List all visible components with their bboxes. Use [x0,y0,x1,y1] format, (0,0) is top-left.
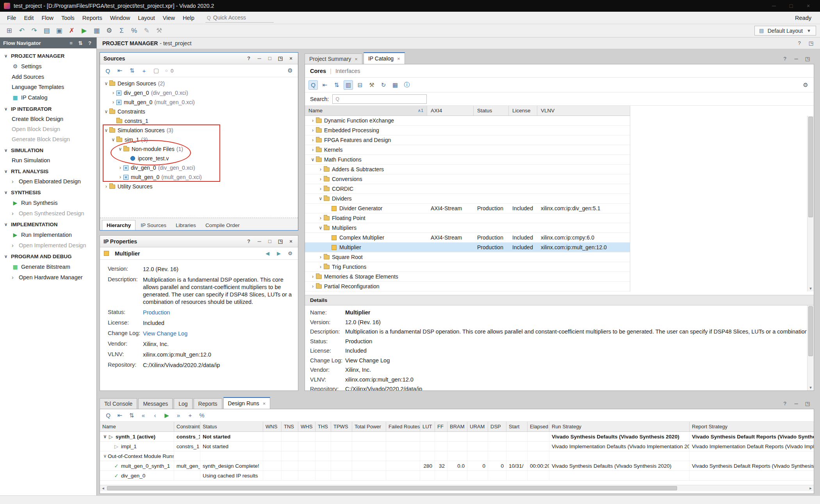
column-header-tpws[interactable]: TPWS [331,422,352,431]
tab-design-runs[interactable]: Design Runs× [223,397,271,409]
flow-section-implementation[interactable]: ∨IMPLEMENTATION [0,218,96,229]
source-tree-item-div-gen-0[interactable]: ›div_gen_0(div_gen_0.xci) [100,163,298,172]
float-icon[interactable]: ◳ [804,55,811,62]
minimize-icon[interactable]: ─ [793,400,800,407]
flow-item-open-hardware-manager[interactable]: ›Open Hardware Manager [0,272,96,282]
catalog-row-dividers[interactable]: ∨Dividers [305,194,630,204]
customize-icon[interactable]: ⚒ [367,80,376,90]
source-tree-item-constrs-1[interactable]: constrs_1 [100,116,298,126]
column-header-total-power[interactable]: Total Power [352,422,386,431]
add-icon[interactable]: + [185,411,195,420]
chevron-right-icon[interactable]: › [317,264,324,270]
tab-tcl-console[interactable]: Tcl Console [100,398,137,409]
column-header-bram[interactable]: BRAM [447,422,467,431]
search-icon[interactable]: Q [103,66,112,75]
minimize-icon[interactable]: ─ [793,55,800,62]
column-header-whs[interactable]: WHS [298,422,316,431]
info-icon[interactable]: ⓘ [402,80,412,90]
scroll-left-icon[interactable]: ◂ [100,485,106,491]
design-run-row-impl-1[interactable]: ▷impl_1constrs_1Not startedVivado Implem… [100,442,814,451]
details-value[interactable]: View Change Log [345,357,390,364]
design-run-row-out-of-context-module-runs[interactable]: ∨Out-of-Context Module Runs [100,451,814,461]
expand-all-icon[interactable]: ⇅ [127,66,137,75]
group-categories-icon[interactable]: ▥ [344,80,353,90]
flow-item-run-implementation[interactable]: ▶Run Implementation [0,229,96,240]
sources-tab-ip-sources[interactable]: IP Sources [136,220,171,230]
chevron-right-icon[interactable]: › [317,176,324,182]
flow-section-ip-integrator[interactable]: ∨IP INTEGRATOR [0,103,96,114]
catalog-row-multiplier[interactable]: MultiplierProductionIncludedxilinx.com:i… [305,243,630,252]
percent-icon[interactable]: % [129,25,139,36]
sources-tab-compile-order[interactable]: Compile Order [201,220,244,230]
chevron-down-icon[interactable]: ∨ [103,109,109,114]
catalog-row-kernels[interactable]: ›Kernels [305,145,630,155]
flow-section-synthesis[interactable]: ∨SYNTHESIS [0,186,96,197]
column-header-ths[interactable]: THS [316,422,331,431]
undo-icon[interactable]: ↶ [16,25,27,36]
source-tree-item-div-gen-0[interactable]: ›div_gen_0(div_gen_0.xci) [100,88,298,98]
sources-tab-libraries[interactable]: Libraries [171,220,200,230]
chevron-right-icon[interactable]: › [310,147,316,153]
flow-item-open-block-design[interactable]: Open Block Design [0,124,96,134]
chevron-down-icon[interactable]: ∨ [317,196,324,201]
source-tree-item-mult-gen-0[interactable]: ›mult_gen_0(mult_gen_0.xci) [100,98,298,107]
menu-edit[interactable]: Edit [20,13,37,23]
chevron-down-icon[interactable]: ∨ [110,137,116,142]
chevron-right-icon[interactable]: › [317,167,324,172]
back-icon[interactable]: ◀ [264,250,271,257]
menu-icon[interactable]: ≡ [68,39,75,46]
collapse-all-icon[interactable]: ⇤ [320,80,330,90]
column-header-vlnv[interactable]: VLNV [537,106,630,115]
percent-icon[interactable]: % [197,411,207,420]
catalog-row-trig-functions[interactable]: ›Trig Functions [305,262,630,272]
chevron-right-icon[interactable]: › [310,118,316,123]
open-icon[interactable]: ⊞ [4,25,14,36]
flow-item-settings[interactable]: ⚙Settings [0,61,96,72]
scroll-down-icon[interactable]: ▾ [808,385,814,390]
catalog-row-divider-generator[interactable]: Divider GeneratorAXI4-StreamProductionIn… [305,204,630,213]
column-header-status[interactable]: Status [200,422,263,431]
catalog-row-floating-point[interactable]: ›Floating Point [305,213,630,223]
column-header-uram[interactable]: URAM [467,422,488,431]
copy-icon[interactable]: ▣ [54,25,64,36]
catalog-scrollbar[interactable]: ▾ [807,116,814,291]
tab-messages[interactable]: Messages [138,398,173,409]
redo-icon[interactable]: ↷ [29,25,39,36]
view-interfaces[interactable]: Interfaces [335,68,360,74]
source-tree-item-simulation-sources[interactable]: ∨Simulation Sources(3) [100,126,298,135]
source-tree-item-design-sources[interactable]: ∨Design Sources(2) [100,79,298,88]
tab-reports[interactable]: Reports [194,398,222,409]
catalog-row-fpga-features-and-design[interactable]: ›FPGA Features and Design [305,135,630,145]
column-header-dsp[interactable]: DSP [488,422,506,431]
flow-item-language-templates[interactable]: Language Templates [0,82,96,92]
close-icon[interactable]: × [287,238,294,245]
settings-icon[interactable]: ⚙ [286,250,294,257]
settings-icon[interactable]: ⚙ [801,80,810,90]
source-tree-item-sim-1[interactable]: ∨sim_1(3) [100,135,298,144]
sigma-icon[interactable]: Σ [116,25,127,36]
search-icon[interactable]: Q [308,80,318,90]
flow-item-generate-block-design[interactable]: Generate Block Design [0,134,96,144]
menu-layout[interactable]: Layout [134,13,159,23]
catalog-row-complex-multiplier[interactable]: Complex MultiplierAXI4-StreamProductionI… [305,233,630,243]
source-tree-item-ipcore-test-v[interactable]: ipcore_test.v [100,154,298,163]
catalog-row-math-functions[interactable]: ∨Math Functions [305,155,630,165]
chevron-down-icon[interactable]: ∨ [102,453,108,459]
flow-item-run-synthesis[interactable]: ▶Run Synthesis [0,197,96,208]
chevron-right-icon[interactable]: › [103,184,109,189]
flow-item-add-sources[interactable]: Add Sources [0,72,96,82]
flow-item-create-block-design[interactable]: Create Block Design [0,114,96,124]
step-back-icon[interactable]: ‹ [150,411,160,420]
column-header-run-strategy[interactable]: Run Strategy [549,422,690,431]
open-file-icon[interactable]: ▢ [152,66,161,75]
menu-window[interactable]: Window [106,13,134,23]
catalog-row-partial-reconfiguration[interactable]: ›Partial Reconfiguration [305,282,630,291]
column-header-name[interactable]: Name [100,422,174,431]
catalog-row-embedded-processing[interactable]: ›Embedded Processing [305,126,630,135]
scroll-down-icon[interactable]: ▾ [808,286,814,291]
property-value[interactable]: View Change Log [143,330,187,337]
tab-log[interactable]: Log [174,398,192,409]
collapse-all-icon[interactable]: ⇤ [115,411,125,420]
catalog-row-adders-subtracters[interactable]: ›Adders & Subtracters [305,165,630,174]
chevron-right-icon[interactable]: › [310,137,316,143]
